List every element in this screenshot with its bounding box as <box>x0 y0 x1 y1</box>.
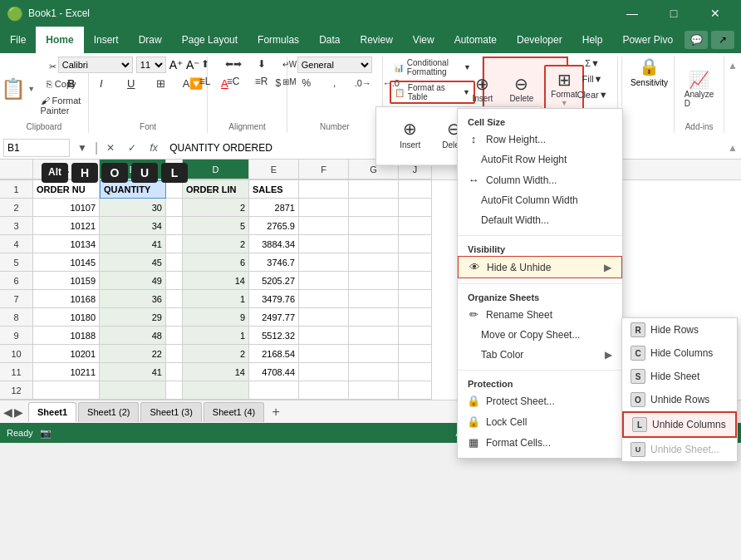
sheet-tab-1[interactable]: Sheet1 <box>28 402 76 422</box>
cell-F5[interactable] <box>299 253 349 272</box>
cell-E10[interactable]: 2168.54 <box>249 345 299 363</box>
cell-F7[interactable] <box>299 290 349 308</box>
cell-A1[interactable]: ORDER NU <box>33 180 100 199</box>
cell-F4[interactable] <box>299 235 349 253</box>
number-format-select[interactable]: General <box>297 56 372 73</box>
cell-E9[interactable]: 5512.32 <box>249 327 299 345</box>
cell-C11[interactable] <box>166 363 183 381</box>
comma-btn[interactable]: , <box>321 76 348 91</box>
dd-insert-btn[interactable]: ⊕ Insert <box>391 114 429 158</box>
align-center-btn[interactable]: ≡C <box>220 74 247 89</box>
clear-btn[interactable]: Clear▼ <box>572 88 611 101</box>
cell-F2[interactable] <box>299 199 349 217</box>
cell-D10[interactable]: 2 <box>183 345 249 363</box>
tab-automate[interactable]: Automate <box>444 27 507 53</box>
cell-A4[interactable]: 10134 <box>33 235 100 253</box>
cell-B6[interactable]: 49 <box>100 272 166 290</box>
cell-C12[interactable] <box>166 381 183 400</box>
cell-B7[interactable]: 36 <box>100 290 166 308</box>
cell-J10[interactable] <box>399 345 432 363</box>
cell-G1[interactable] <box>349 180 399 199</box>
cell-C6[interactable] <box>166 272 183 290</box>
cell-D5[interactable]: 6 <box>183 253 249 272</box>
cell-E1[interactable]: SALES <box>249 180 299 199</box>
cell-C4[interactable] <box>166 235 183 253</box>
cell-A10[interactable]: 10201 <box>33 345 100 363</box>
cell-G9[interactable] <box>349 327 399 345</box>
tab-help[interactable]: Help <box>572 27 613 53</box>
default-width-item[interactable]: Default Width... <box>458 210 622 230</box>
tab-review[interactable]: Review <box>350 27 402 53</box>
cell-B3[interactable]: 34 <box>100 217 166 235</box>
row-header-10[interactable]: 10 <box>0 345 33 363</box>
cell-D9[interactable]: 1 <box>183 327 249 345</box>
cell-J4[interactable] <box>399 235 432 253</box>
cell-G2[interactable] <box>349 199 399 217</box>
col-header-E[interactable]: E <box>249 160 299 179</box>
unhide-rows-item[interactable]: O Unhide Rows <box>622 388 737 411</box>
cell-E4[interactable]: 3884.34 <box>249 235 299 253</box>
insert-function-btn[interactable]: fx <box>145 139 163 157</box>
cell-J2[interactable] <box>399 199 432 217</box>
delete-btn[interactable]: ⊖ Delete <box>503 70 539 107</box>
cell-E11[interactable]: 4708.44 <box>249 363 299 381</box>
cell-A5[interactable]: 10145 <box>33 253 100 272</box>
autofit-col-item[interactable]: AutoFit Column Width <box>458 190 622 210</box>
cell-B8[interactable]: 29 <box>100 308 166 327</box>
col-header-F[interactable]: F <box>299 160 349 179</box>
tab-pagelayout[interactable]: Page Layout <box>172 27 248 53</box>
cell-C2[interactable] <box>166 199 183 217</box>
cell-A2[interactable]: 10107 <box>33 199 100 217</box>
clipboard-paste-btn[interactable]: 📋 ▼ <box>2 73 34 105</box>
sheet-tab-3[interactable]: Sheet1 (3) <box>140 402 201 422</box>
percent-btn[interactable]: % <box>293 76 320 91</box>
rename-sheet-item[interactable]: ✏ Rename Sheet <box>458 304 622 325</box>
conditional-formatting-btn[interactable]: 📊 Conditional Formatting ▼ <box>390 56 475 78</box>
row-header-11[interactable]: 11 <box>0 363 33 381</box>
sheet-tab-2[interactable]: Sheet1 (2) <box>78 402 139 422</box>
protect-sheet-item[interactable]: 🔒 Protect Sheet... <box>458 391 622 411</box>
cell-C1[interactable] <box>166 180 183 199</box>
fill-btn[interactable]: Fill▼ <box>578 72 607 86</box>
cell-F11[interactable] <box>299 363 349 381</box>
row-header-9[interactable]: 9 <box>0 327 33 345</box>
cell-D11[interactable]: 14 <box>183 363 249 381</box>
cell-A8[interactable]: 10180 <box>33 308 100 327</box>
cell-F12[interactable] <box>299 381 349 400</box>
hide-unhide-item[interactable]: 👁 Hide & Unhide ▶ <box>458 256 622 278</box>
format-cells-item[interactable]: ▦ Format Cells... <box>458 432 622 453</box>
cell-B12[interactable] <box>100 381 166 400</box>
paste-dropdown-icon[interactable]: ▼ <box>27 85 35 93</box>
sheet-nav-right-btn[interactable]: ▶ <box>14 405 23 419</box>
font-family-select[interactable]: Calibri <box>58 56 133 73</box>
col-width-item[interactable]: ↔ Column Width... <box>458 169 622 190</box>
cell-D3[interactable]: 5 <box>183 217 249 235</box>
tab-data[interactable]: Data <box>309 27 350 53</box>
cell-D8[interactable]: 9 <box>183 308 249 327</box>
tab-view[interactable]: View <box>403 27 444 53</box>
cell-C3[interactable] <box>166 217 183 235</box>
cell-E6[interactable]: 5205.27 <box>249 272 299 290</box>
expand-ribbon-btn[interactable]: ▲ <box>724 56 741 133</box>
cell-E12[interactable] <box>249 381 299 400</box>
insert-btn[interactable]: ⊕ Insert <box>466 70 498 107</box>
align-top-btn[interactable]: ⬆ <box>192 56 218 71</box>
name-box[interactable] <box>3 139 70 157</box>
cell-C7[interactable] <box>166 290 183 308</box>
cell-F9[interactable] <box>299 327 349 345</box>
row-header-3[interactable]: 3 <box>0 217 33 235</box>
corner-header[interactable] <box>0 160 33 179</box>
row-header-1[interactable]: 1 <box>0 180 33 199</box>
autofit-row-item[interactable]: AutoFit Row Height <box>458 150 622 169</box>
row-header-2[interactable]: 2 <box>0 199 33 217</box>
cell-J6[interactable] <box>399 272 432 290</box>
cell-A9[interactable]: 10188 <box>33 327 100 345</box>
cell-D2[interactable]: 2 <box>183 199 249 217</box>
cell-G8[interactable] <box>349 308 399 327</box>
close-btn[interactable]: ✕ <box>696 0 734 27</box>
name-box-dropdown-icon[interactable]: ▼ <box>73 139 91 157</box>
row-height-item[interactable]: ↕ Row Height... <box>458 129 622 150</box>
cell-B10[interactable]: 22 <box>100 345 166 363</box>
cell-J9[interactable] <box>399 327 432 345</box>
cell-G10[interactable] <box>349 345 399 363</box>
